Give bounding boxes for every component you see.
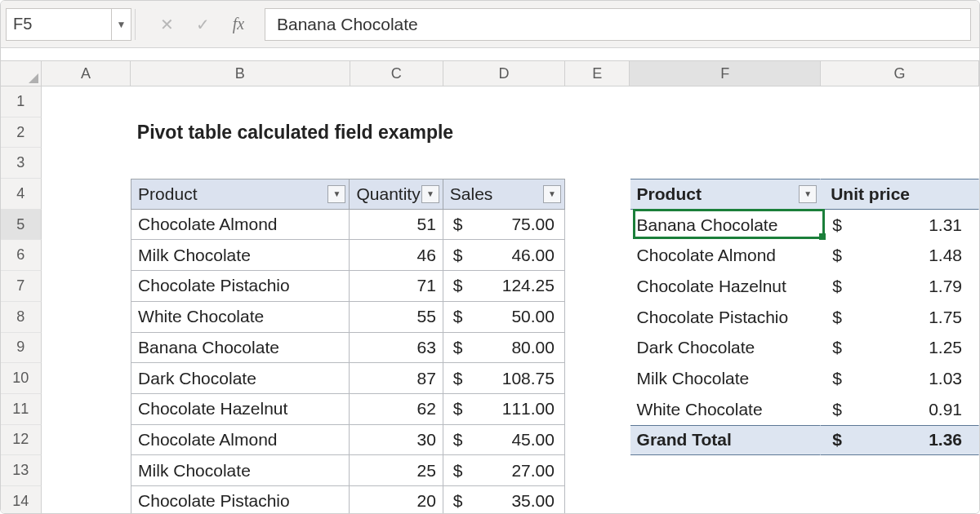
cell[interactable]: Chocolate Pistachio <box>630 302 822 333</box>
cell[interactable] <box>565 86 630 117</box>
row-header[interactable]: 9 <box>1 333 42 364</box>
cell[interactable] <box>822 117 980 148</box>
cell[interactable] <box>565 333 630 364</box>
cell[interactable]: Milk Chocolate <box>131 240 350 271</box>
cell[interactable] <box>565 271 630 302</box>
row-header[interactable]: 7 <box>1 271 42 302</box>
cell[interactable]: $0.91 <box>821 394 979 425</box>
col-header-E[interactable]: E <box>565 61 630 86</box>
cell[interactable] <box>131 86 350 117</box>
cancel-icon[interactable]: ✕ <box>155 15 178 34</box>
cell[interactable]: Sales▼ <box>443 179 565 210</box>
cell[interactable]: Milk Chocolate <box>131 455 350 486</box>
cell[interactable] <box>444 117 566 148</box>
formula-input[interactable]: Banana Chocolate <box>265 8 971 41</box>
cell[interactable]: Dark Chocolate <box>630 333 822 364</box>
cell[interactable] <box>630 86 822 117</box>
cell[interactable]: Banana Chocolate <box>630 210 822 241</box>
cell[interactable]: $45.00 <box>443 425 565 456</box>
grid-body[interactable]: 12Pivot table calculated field example34… <box>1 86 979 514</box>
cell[interactable]: Chocolate Almond <box>131 425 350 456</box>
col-header-B[interactable]: B <box>131 61 350 86</box>
cell[interactable] <box>42 148 131 179</box>
cell[interactable] <box>630 455 822 486</box>
cell[interactable]: $50.00 <box>443 302 565 333</box>
cell[interactable] <box>821 486 979 514</box>
cell[interactable]: Quantity▼ <box>350 179 443 210</box>
cell[interactable]: Chocolate Pistachio <box>131 486 350 514</box>
cell[interactable]: Unit price <box>821 179 979 210</box>
cell[interactable]: Chocolate Almond <box>630 240 822 271</box>
col-header-C[interactable]: C <box>350 61 443 86</box>
cell[interactable] <box>42 486 131 514</box>
cell[interactable]: 87 <box>350 363 443 394</box>
cell[interactable]: Chocolate Pistachio <box>131 271 350 302</box>
cell[interactable] <box>350 148 443 179</box>
cell[interactable] <box>565 302 630 333</box>
cell[interactable] <box>42 455 131 486</box>
name-box[interactable]: F5 <box>6 8 112 41</box>
row-header[interactable]: 1 <box>1 86 42 117</box>
filter-dropdown-icon[interactable]: ▼ <box>543 185 561 203</box>
cell[interactable]: Banana Chocolate <box>131 333 350 364</box>
cell[interactable] <box>630 148 822 179</box>
cell[interactable] <box>565 486 630 514</box>
cell[interactable]: $35.00 <box>443 486 565 514</box>
cell[interactable]: Product▼ <box>131 179 350 210</box>
cell[interactable]: Product▼ <box>630 179 822 210</box>
cell[interactable]: Grand Total <box>630 425 822 456</box>
cell[interactable]: 63 <box>350 333 443 364</box>
cell[interactable]: 55 <box>350 302 443 333</box>
cell[interactable]: 62 <box>350 394 443 425</box>
fx-icon[interactable]: fx <box>227 15 250 33</box>
cell[interactable]: 51 <box>350 210 443 241</box>
cell[interactable] <box>630 486 822 514</box>
cell[interactable] <box>42 425 131 456</box>
cell[interactable] <box>565 148 630 179</box>
cell[interactable]: 71 <box>350 271 443 302</box>
cell[interactable] <box>42 271 131 302</box>
cell[interactable] <box>821 86 979 117</box>
row-header[interactable]: 5 <box>1 210 42 241</box>
row-header[interactable]: 10 <box>1 363 42 394</box>
cell[interactable] <box>630 117 821 148</box>
row-header[interactable]: 11 <box>1 394 42 425</box>
cell[interactable]: 25 <box>350 455 443 486</box>
cell[interactable] <box>565 425 630 456</box>
cell[interactable] <box>565 394 630 425</box>
cell[interactable]: Chocolate Hazelnut <box>630 271 822 302</box>
cell[interactable]: $1.36 <box>821 425 979 456</box>
cell[interactable]: $1.31 <box>821 210 979 241</box>
cell[interactable]: $1.75 <box>821 302 979 333</box>
cell[interactable] <box>42 210 131 241</box>
cell[interactable]: Dark Chocolate <box>131 363 350 394</box>
enter-icon[interactable]: ✓ <box>191 15 214 34</box>
cell[interactable] <box>42 240 131 271</box>
filter-dropdown-icon[interactable]: ▼ <box>421 185 439 203</box>
cell[interactable]: $75.00 <box>443 210 565 241</box>
row-header[interactable]: 12 <box>1 425 42 456</box>
cell[interactable]: 20 <box>350 486 443 514</box>
cell[interactable]: $1.48 <box>821 240 979 271</box>
cell[interactable] <box>565 179 630 210</box>
cell[interactable] <box>42 333 131 364</box>
filter-dropdown-icon[interactable]: ▼ <box>327 185 345 203</box>
cell[interactable] <box>821 148 979 179</box>
row-header[interactable]: 14 <box>1 486 42 514</box>
cell[interactable]: $108.75 <box>443 363 565 394</box>
cell[interactable] <box>42 117 131 148</box>
cell[interactable]: Chocolate Almond <box>131 210 350 241</box>
col-header-G[interactable]: G <box>821 61 979 86</box>
cell[interactable]: White Chocolate <box>131 302 350 333</box>
cell[interactable] <box>42 179 131 210</box>
row-header[interactable]: 13 <box>1 455 42 486</box>
row-header[interactable]: 4 <box>1 179 42 210</box>
cell[interactable] <box>443 148 565 179</box>
cell[interactable] <box>565 240 630 271</box>
cell[interactable] <box>821 455 979 486</box>
cell[interactable] <box>42 394 131 425</box>
col-header-F[interactable]: F <box>630 61 821 86</box>
cell[interactable]: 46 <box>350 240 443 271</box>
cell[interactable]: $111.00 <box>443 394 565 425</box>
name-box-dropdown[interactable]: ▼ <box>112 8 131 41</box>
